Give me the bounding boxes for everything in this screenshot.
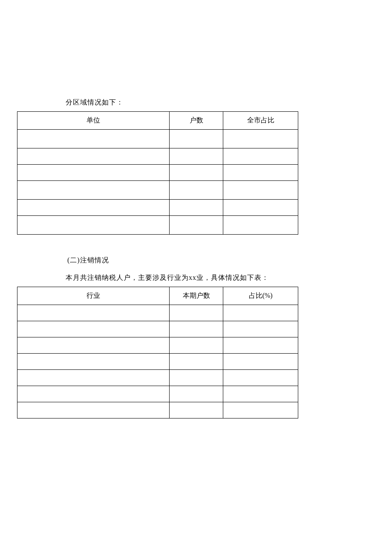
cell	[223, 354, 298, 370]
header-ratio-percent: 占比(%)	[223, 287, 298, 305]
cell	[17, 305, 170, 321]
cell	[170, 130, 223, 148]
header-period-households: 本期户数	[170, 287, 223, 305]
table-row	[17, 337, 298, 354]
cell	[17, 216, 170, 235]
cell	[170, 402, 223, 418]
cell	[170, 216, 223, 235]
table-row	[17, 148, 298, 165]
header-industry: 行业	[17, 287, 170, 305]
cell	[17, 370, 170, 386]
cell	[223, 337, 298, 354]
cell	[17, 148, 170, 165]
header-city-ratio: 全市占比	[223, 112, 298, 130]
cell	[17, 130, 170, 148]
cell	[223, 386, 298, 402]
header-unit: 单位	[17, 112, 170, 130]
cell	[223, 165, 298, 181]
cell	[170, 200, 223, 216]
table-row	[17, 181, 298, 200]
table-header-row: 行业 本期户数 占比(%)	[17, 287, 298, 305]
cell	[223, 321, 298, 337]
cancellation-table: 行业 本期户数 占比(%)	[17, 287, 298, 418]
cell	[223, 181, 298, 200]
cell	[170, 148, 223, 165]
cell	[17, 200, 170, 216]
cell	[17, 402, 170, 418]
section2-heading: (二)注销情况	[67, 256, 375, 265]
section1-intro: 分区域情况如下：	[66, 98, 375, 107]
cell	[17, 321, 170, 337]
cell	[170, 305, 223, 321]
table-row	[17, 386, 298, 402]
section2-paragraph: 本月共注销纳税人户，主要涉及行业为xx业，具体情况如下表：	[66, 273, 375, 282]
cell	[170, 321, 223, 337]
cell	[223, 130, 298, 148]
table-row	[17, 130, 298, 148]
header-households: 户数	[170, 112, 223, 130]
table-row	[17, 321, 298, 337]
cell	[17, 337, 170, 354]
cell	[17, 386, 170, 402]
region-table: 单位 户数 全市占比	[17, 111, 298, 235]
table-row	[17, 370, 298, 386]
cell	[223, 402, 298, 418]
cell	[223, 305, 298, 321]
table-row	[17, 305, 298, 321]
cell	[170, 354, 223, 370]
cell	[223, 200, 298, 216]
cell	[223, 370, 298, 386]
table-row	[17, 165, 298, 181]
table-row	[17, 354, 298, 370]
cell	[223, 216, 298, 235]
table-row	[17, 402, 298, 418]
cell	[170, 386, 223, 402]
table-row	[17, 216, 298, 235]
cell	[17, 354, 170, 370]
cell	[170, 337, 223, 354]
cell	[17, 181, 170, 200]
cell	[223, 148, 298, 165]
cell	[170, 181, 223, 200]
cell	[17, 165, 170, 181]
document-content: 分区域情况如下： 单位 户数 全市占比	[0, 0, 392, 418]
cell	[170, 370, 223, 386]
table-row	[17, 200, 298, 216]
cell	[170, 165, 223, 181]
table-header-row: 单位 户数 全市占比	[17, 112, 298, 130]
